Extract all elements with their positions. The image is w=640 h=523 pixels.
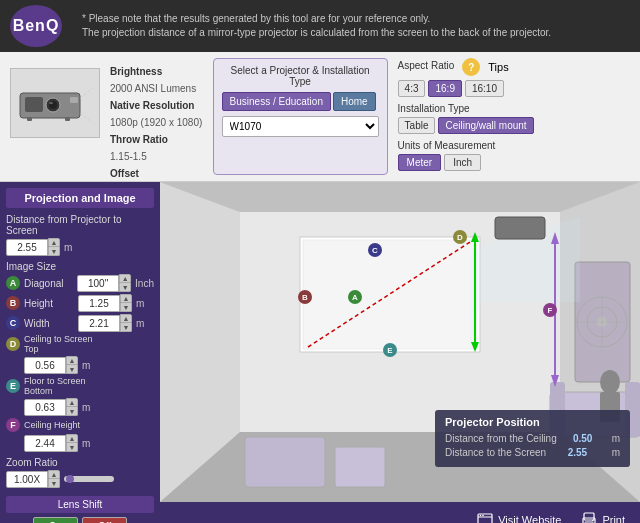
lens-shift-buttons: On Off xyxy=(6,517,154,523)
height-spinner: ▲ ▼ xyxy=(78,294,132,312)
projector-position-box: Projector Position Distance from the Cei… xyxy=(435,410,630,467)
brightness-label: Brightness xyxy=(110,66,162,77)
ceiling-distance-row: Distance from the Ceiling 0.50 m xyxy=(445,433,620,444)
distance-up[interactable]: ▲ xyxy=(48,238,60,247)
zoom-spinner-btns: ▲ ▼ xyxy=(48,470,60,488)
distance-spinner-btns: ▲ ▼ xyxy=(48,238,60,256)
height-down[interactable]: ▼ xyxy=(120,303,132,312)
proj-specs: Brightness 2000 ANSI Lumens Native Resol… xyxy=(110,58,203,199)
lens-on-button[interactable]: On xyxy=(33,517,78,523)
screen-distance-value: 2.55 xyxy=(568,447,587,458)
print-button[interactable]: Print xyxy=(581,512,625,524)
zoom-down[interactable]: ▼ xyxy=(48,479,60,488)
zoom-up[interactable]: ▲ xyxy=(48,470,60,479)
floor-bottom-down[interactable]: ▼ xyxy=(66,407,78,416)
ceiling-height-spinner-btns: ▲ ▼ xyxy=(66,434,78,452)
distance-input[interactable] xyxy=(6,239,48,256)
lens-shift-section: Lens Shift On Off xyxy=(6,496,154,523)
measurement-group: Meter Inch xyxy=(398,154,630,171)
diagonal-unit: Inch xyxy=(135,278,154,289)
table-button[interactable]: Table xyxy=(398,117,436,134)
resolution-value: 1080p (1920 x 1080) xyxy=(110,117,202,128)
ceiling-top-unit: m xyxy=(82,360,90,371)
print-label: Print xyxy=(602,514,625,524)
zoom-spinner: ▲ ▼ xyxy=(6,470,60,488)
ceiling-wall-button[interactable]: Ceiling/wall mount xyxy=(438,117,533,134)
width-down[interactable]: ▼ xyxy=(120,323,132,332)
svg-text:B: B xyxy=(302,293,308,302)
svg-rect-30 xyxy=(495,217,545,239)
width-unit: m xyxy=(136,318,144,329)
print-icon xyxy=(581,512,597,524)
measurement-label: Units of Measurement xyxy=(398,140,630,151)
aspect-panel: Aspect Ratio ? Tips 4:3 16:9 16:10 Insta… xyxy=(398,58,630,175)
ceiling-height-input[interactable] xyxy=(24,435,66,452)
header: BenQ * Please note that the results gene… xyxy=(0,0,640,52)
ceiling-height-up[interactable]: ▲ xyxy=(66,434,78,443)
ceiling-height-down[interactable]: ▼ xyxy=(66,443,78,452)
website-icon xyxy=(477,512,493,524)
visit-website-button[interactable]: Visit Website xyxy=(477,512,561,524)
height-row: B Height ▲ ▼ m xyxy=(6,294,154,312)
meter-button[interactable]: Meter xyxy=(398,154,442,171)
width-up[interactable]: ▲ xyxy=(120,314,132,323)
business-education-button[interactable]: Business / Education xyxy=(222,92,331,111)
height-spinner-btns: ▲ ▼ xyxy=(120,294,132,312)
projector-select[interactable]: W1070 xyxy=(222,116,379,137)
offset-label: Offset xyxy=(110,168,139,179)
tips-button[interactable]: ? xyxy=(462,58,480,76)
svg-rect-28 xyxy=(303,240,477,349)
tips-label: Tips xyxy=(488,61,508,73)
ratio-16-9[interactable]: 16:9 xyxy=(428,80,461,97)
svg-rect-52 xyxy=(335,447,385,487)
selector-title: Select a Projector & Installation Type xyxy=(222,65,379,87)
distance-down[interactable]: ▼ xyxy=(48,247,60,256)
aspect-title: Aspect Ratio xyxy=(398,60,455,71)
svg-text:F: F xyxy=(548,306,553,315)
diagonal-input[interactable] xyxy=(77,275,119,292)
height-up[interactable]: ▲ xyxy=(120,294,132,303)
zoom-handle[interactable] xyxy=(66,475,74,483)
ceiling-top-spinner: ▲ ▼ xyxy=(24,356,78,374)
ceiling-top-input-row: ▲ ▼ m xyxy=(24,356,154,374)
svg-rect-1 xyxy=(25,97,43,112)
lens-off-button[interactable]: Off xyxy=(82,517,127,523)
width-input[interactable] xyxy=(78,315,120,332)
ceiling-top-input[interactable] xyxy=(24,357,66,374)
zoom-slider[interactable] xyxy=(64,476,114,482)
projector-info: Brightness 2000 ANSI Lumens Native Resol… xyxy=(10,58,203,175)
home-button[interactable]: Home xyxy=(333,92,376,111)
ceiling-distance-value: 0.50 xyxy=(573,433,592,444)
projector-type-group: Business / Education Home xyxy=(222,92,379,111)
inch-button[interactable]: Inch xyxy=(444,154,481,171)
ceiling-top-down[interactable]: ▼ xyxy=(66,365,78,374)
visit-website-label: Visit Website xyxy=(498,514,561,524)
height-input[interactable] xyxy=(78,295,120,312)
benq-logo: BenQ xyxy=(10,5,62,47)
zoom-input[interactable] xyxy=(6,471,48,488)
width-spinner: ▲ ▼ xyxy=(78,314,132,332)
distance-spinner: ▲ ▼ xyxy=(6,238,60,256)
floor-bottom-spinner: ▲ ▼ xyxy=(24,398,78,416)
diagonal-down[interactable]: ▼ xyxy=(119,283,131,292)
ratio-4-3[interactable]: 4:3 xyxy=(398,80,426,97)
svg-rect-51 xyxy=(245,437,325,487)
diagonal-up[interactable]: ▲ xyxy=(119,274,131,283)
zoom-label: Zoom Ratio xyxy=(6,457,154,468)
screen-distance-row: Distance to the Screen 2.55 m xyxy=(445,447,620,458)
svg-point-55 xyxy=(480,514,482,516)
floor-bottom-up[interactable]: ▲ xyxy=(66,398,78,407)
svg-text:E: E xyxy=(387,346,393,355)
ceiling-top-spinner-btns: ▲ ▼ xyxy=(66,356,78,374)
floor-bottom-input-row: ▲ ▼ m xyxy=(24,398,154,416)
floor-bottom-spinner-btns: ▲ ▼ xyxy=(66,398,78,416)
top-controls: Brightness 2000 ANSI Lumens Native Resol… xyxy=(0,52,640,182)
installation-group: Table Ceiling/wall mount xyxy=(398,117,630,134)
height-label: Height xyxy=(24,298,74,309)
svg-line-9 xyxy=(80,113,93,123)
floor-bottom-input[interactable] xyxy=(24,399,66,416)
ratio-16-10[interactable]: 16:10 xyxy=(465,80,504,97)
proj-pos-title: Projector Position xyxy=(445,416,620,428)
screen-distance-label: Distance to the Screen xyxy=(445,447,546,458)
ceiling-top-up[interactable]: ▲ xyxy=(66,356,78,365)
